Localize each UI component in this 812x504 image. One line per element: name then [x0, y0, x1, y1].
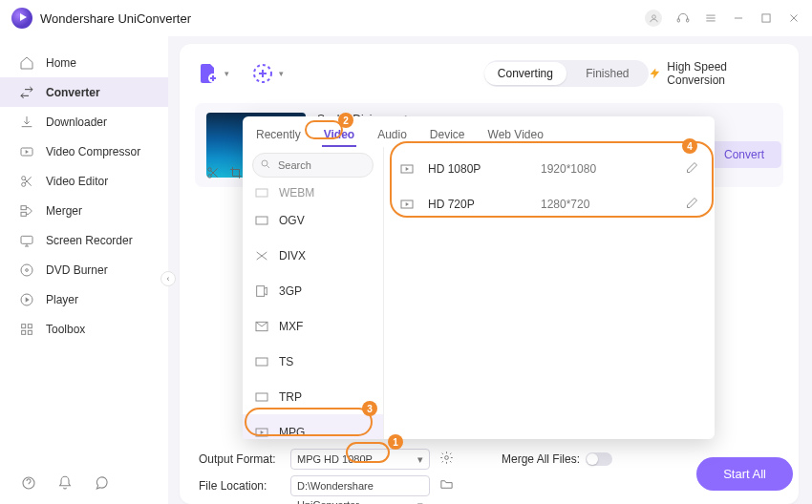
format-popup: Recently Video Audio Device Web Video WE… — [243, 116, 715, 439]
svg-rect-30 — [256, 189, 267, 197]
svg-rect-14 — [21, 212, 26, 216]
high-speed-label: High Speed Conversion — [667, 60, 783, 87]
callout-badge: 3 — [362, 401, 377, 416]
titlebar: Wondershare UniConverter — [0, 0, 812, 36]
minimize-button[interactable] — [731, 11, 745, 26]
format-item-ts[interactable]: TS — [243, 344, 383, 379]
format-item-mpg[interactable]: MPG — [243, 414, 383, 439]
sidebar: Home Converter Downloader Video Compress… — [0, 36, 168, 504]
sidebar-item-label: Player — [46, 293, 78, 306]
sidebar-item-compressor[interactable]: Video Compressor — [0, 136, 168, 166]
menu-icon[interactable] — [703, 11, 717, 26]
sidebar-item-merger[interactable]: Merger — [0, 196, 168, 225]
popup-tab-audio[interactable]: Audio — [375, 124, 409, 147]
sidebar-collapse-button[interactable]: ‹ — [160, 271, 176, 286]
feedback-icon[interactable] — [94, 475, 109, 491]
svg-point-0 — [652, 14, 655, 18]
resolution-item-1080p[interactable]: HD 1080P 1920*1080 — [384, 151, 715, 186]
svg-rect-22 — [28, 330, 32, 334]
merge-toggle[interactable] — [586, 452, 612, 466]
sidebar-item-downloader[interactable]: Downloader — [0, 107, 168, 136]
chevron-down-icon[interactable]: ▾ — [279, 69, 284, 78]
resolution-item-720p[interactable]: HD 720P 1280*720 — [384, 186, 715, 221]
high-speed-toggle[interactable]: High Speed Conversion — [649, 60, 783, 87]
add-url-button[interactable] — [249, 60, 277, 87]
callout-badge: 2 — [338, 113, 353, 128]
svg-point-29 — [262, 160, 267, 166]
svg-point-28 — [445, 456, 449, 460]
app-title: Wondershare UniConverter — [40, 11, 191, 26]
svg-rect-21 — [22, 330, 26, 334]
format-item-3gp[interactable]: 3GP — [243, 273, 383, 308]
popup-tab-recently[interactable]: Recently — [254, 124, 303, 147]
app-logo — [11, 8, 32, 29]
sidebar-item-label: DVD Burner — [46, 263, 108, 277]
output-format-select[interactable]: MPG HD 1080P — [290, 449, 430, 470]
svg-point-17 — [26, 268, 29, 271]
sidebar-item-player[interactable]: Player — [0, 284, 168, 314]
help-icon[interactable] — [21, 475, 36, 491]
svg-rect-32 — [257, 285, 265, 296]
popup-tab-video[interactable]: Video — [322, 124, 356, 147]
format-item-mxf[interactable]: MXF — [243, 308, 383, 344]
popup-tab-device[interactable]: Device — [428, 124, 467, 147]
edit-preset-icon[interactable] — [685, 196, 699, 213]
svg-rect-13 — [21, 205, 26, 209]
svg-rect-20 — [28, 324, 32, 327]
account-icon[interactable] — [645, 10, 662, 27]
callout-badge: 4 — [682, 138, 697, 154]
svg-point-16 — [21, 264, 32, 276]
sidebar-item-recorder[interactable]: Screen Recorder — [0, 225, 168, 255]
file-location-select[interactable]: D:\Wondershare UniConverter — [290, 475, 430, 496]
chevron-down-icon[interactable]: ▾ — [224, 69, 229, 78]
merge-label: Merge All Files: — [502, 452, 580, 466]
svg-rect-34 — [256, 358, 267, 366]
sidebar-item-label: Converter — [46, 86, 100, 99]
bell-icon[interactable] — [57, 475, 73, 491]
svg-rect-15 — [21, 236, 32, 243]
edit-preset-icon[interactable] — [685, 160, 699, 178]
sidebar-item-label: Downloader — [46, 116, 107, 129]
format-item-ogv[interactable]: OGV — [243, 202, 383, 238]
maximize-button[interactable] — [759, 11, 773, 26]
convert-button[interactable]: Convert — [707, 141, 781, 168]
svg-rect-7 — [761, 14, 769, 22]
sidebar-item-label: Merger — [46, 204, 82, 218]
sidebar-item-label: Toolbox — [46, 323, 85, 336]
sidebar-item-editor[interactable]: Video Editor — [0, 166, 168, 196]
sidebar-item-home[interactable]: Home — [0, 48, 168, 77]
svg-rect-31 — [256, 217, 267, 224]
file-location-label: File Location: — [199, 479, 281, 493]
sidebar-item-dvd[interactable]: DVD Burner — [0, 255, 168, 284]
svg-rect-19 — [22, 324, 26, 327]
output-format-label: Output Format: — [199, 452, 281, 466]
sidebar-item-label: Home — [46, 56, 76, 70]
segment-control: Converting Finished — [484, 60, 649, 87]
sidebar-item-label: Video Compressor — [46, 145, 140, 158]
support-icon[interactable] — [675, 11, 690, 26]
format-item-divx[interactable]: DIVX — [243, 238, 383, 273]
settings-icon[interactable] — [439, 451, 454, 468]
svg-rect-35 — [256, 393, 267, 401]
bottom-bar: Output Format: MPG HD 1080P Merge All Fi… — [195, 445, 783, 504]
popup-tab-webvideo[interactable]: Web Video — [486, 124, 545, 147]
close-button[interactable] — [786, 11, 801, 26]
tab-converting[interactable]: Converting — [484, 62, 566, 85]
search-icon — [260, 158, 271, 170]
tab-finished[interactable]: Finished — [566, 62, 649, 85]
format-item-webm[interactable]: WEBM — [243, 183, 383, 202]
add-file-button[interactable] — [195, 60, 223, 87]
crop-icon[interactable] — [229, 166, 243, 179]
sidebar-item-toolbox[interactable]: Toolbox — [0, 314, 168, 344]
sidebar-item-label: Screen Recorder — [46, 234, 133, 247]
start-all-button[interactable]: Start All — [696, 457, 793, 491]
callout-badge: 1 — [388, 434, 403, 450]
sidebar-item-label: Video Editor — [46, 175, 108, 188]
sidebar-item-converter[interactable]: Converter — [0, 77, 168, 107]
open-folder-icon[interactable] — [439, 477, 454, 494]
trim-icon[interactable] — [206, 166, 220, 179]
